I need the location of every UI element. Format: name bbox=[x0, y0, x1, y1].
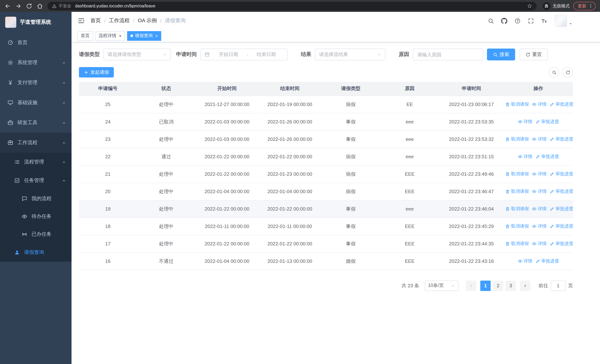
tab-home[interactable]: 首页 bbox=[77, 31, 93, 41]
close-icon[interactable]: × bbox=[155, 34, 158, 38]
prev-page-button[interactable] bbox=[466, 280, 476, 291]
leave-type-select[interactable]: 请选择请假类型 bbox=[103, 48, 171, 60]
table-row[interactable]: 20处理中2022-01-04 00:00:002022-01-04 00:00… bbox=[79, 183, 573, 200]
help-icon[interactable] bbox=[514, 18, 521, 24]
action-cancel[interactable]: 取消请假 bbox=[505, 188, 529, 195]
sidebar-item-system[interactable]: 系统管理 bbox=[0, 53, 72, 73]
search-icon bbox=[552, 70, 556, 75]
sidebar-item-home[interactable]: 首页 bbox=[0, 33, 72, 53]
action-progress[interactable]: 审批进度 bbox=[535, 118, 559, 125]
security-warning[interactable]: 不安全 bbox=[52, 3, 71, 9]
action-detail[interactable]: 详情 bbox=[532, 223, 547, 229]
refresh-table-button[interactable] bbox=[562, 67, 573, 77]
hamburger-icon[interactable] bbox=[77, 17, 85, 24]
back-icon[interactable] bbox=[4, 3, 11, 9]
chevron-down-icon bbox=[569, 22, 572, 26]
action-progress[interactable]: 审批进度 bbox=[535, 258, 559, 264]
action-progress[interactable]: 审批进度 bbox=[550, 101, 573, 107]
action-cancel[interactable]: 取消请假 bbox=[505, 223, 529, 229]
sidebar-item-infrastructure[interactable]: 基础设施 bbox=[0, 93, 72, 113]
action-detail[interactable]: 详情 bbox=[517, 153, 532, 159]
cell-reason: EEE bbox=[380, 165, 439, 183]
sidebar-item-my-process[interactable]: 我的流程 bbox=[0, 190, 72, 208]
sidebar-item-done-tasks[interactable]: 已办任务 bbox=[0, 225, 72, 243]
table-row[interactable]: 18处理中2022-01-11 00:00:002022-01-11 00:00… bbox=[79, 218, 573, 235]
edit-icon bbox=[550, 206, 554, 211]
page-button-2[interactable]: 2 bbox=[493, 280, 503, 291]
user-avatar[interactable] bbox=[554, 14, 572, 27]
search-button[interactable]: 搜索 bbox=[487, 48, 515, 60]
action-detail[interactable]: 详情 bbox=[532, 101, 547, 107]
goto-page-input[interactable] bbox=[551, 280, 565, 291]
breadcrumb-item[interactable]: 首页 bbox=[90, 18, 101, 24]
table-row[interactable]: 25处理中2021-12-27 00:00:002022-01-19 00:00… bbox=[79, 96, 573, 113]
cell-status: 处理中 bbox=[137, 131, 196, 148]
browser-update-button[interactable]: 更新 bbox=[573, 2, 596, 10]
action-progress[interactable]: 审批进度 bbox=[550, 171, 573, 177]
action-cancel[interactable]: 取消请假 bbox=[505, 205, 529, 212]
tab-process-detail[interactable]: 流程详情× bbox=[95, 31, 125, 41]
sidebar-item-payment[interactable]: 支付管理 bbox=[0, 73, 72, 93]
table-row[interactable]: 24已取消2022-01-03 00:00:002022-01-26 00:00… bbox=[79, 113, 573, 131]
action-detail[interactable]: 详情 bbox=[532, 205, 547, 212]
action-detail[interactable]: 详情 bbox=[532, 240, 547, 247]
sidebar-item-task-management[interactable]: 任务管理 bbox=[0, 171, 72, 190]
sidebar-item-dev-tools[interactable]: 研发工具 bbox=[0, 113, 72, 133]
sidebar-item-leave-query[interactable]: 请假查询 bbox=[0, 243, 72, 262]
fullscreen-icon[interactable] bbox=[528, 18, 534, 24]
sidebar-menu: 首页系统管理支付管理基础设施研发工具工作流程流程管理任务管理我的流程待办任务已办… bbox=[0, 33, 72, 262]
chevron-up-icon bbox=[62, 178, 66, 183]
action-progress[interactable]: 审批进度 bbox=[550, 205, 573, 212]
action-cancel[interactable]: 取消请假 bbox=[505, 240, 529, 247]
reload-icon[interactable] bbox=[26, 3, 32, 9]
breadcrumb-item[interactable]: OA 示例 bbox=[138, 18, 157, 24]
sidebar-item-workflow[interactable]: 工作流程 bbox=[0, 133, 72, 153]
reset-button[interactable]: 重置 bbox=[520, 48, 548, 60]
close-icon[interactable]: × bbox=[119, 34, 122, 38]
sidebar-item-process-management[interactable]: 流程管理 bbox=[0, 153, 72, 171]
url-bar[interactable]: 不安全 dashboard.yudao.iocoder.cn/bpm/oa/le… bbox=[47, 2, 537, 10]
toggle-search-button[interactable] bbox=[549, 67, 559, 77]
action-detail[interactable]: 详情 bbox=[532, 171, 547, 177]
table-row[interactable]: 23处理中2022-01-03 00:00:002022-01-26 00:00… bbox=[79, 131, 573, 148]
action-progress[interactable]: 审批进度 bbox=[535, 153, 559, 159]
result-select[interactable]: 请选择流结果 bbox=[315, 48, 385, 60]
menu-dots-icon[interactable] bbox=[588, 3, 593, 9]
github-icon[interactable] bbox=[501, 18, 507, 24]
page-button-1[interactable]: 1 bbox=[480, 280, 491, 291]
forward-icon[interactable] bbox=[15, 3, 21, 9]
apply-time-range-picker[interactable]: 开始日期 - 结束日期 bbox=[200, 48, 288, 60]
column-header: 申请时间 bbox=[439, 82, 504, 96]
action-detail[interactable]: 详情 bbox=[517, 258, 532, 264]
breadcrumb-item[interactable]: 工作流程 bbox=[109, 18, 130, 24]
workflow-icon bbox=[7, 140, 13, 146]
action-detail[interactable]: 详情 bbox=[532, 136, 547, 142]
action-cancel[interactable]: 取消请假 bbox=[505, 171, 529, 177]
table-row[interactable]: 22通过2022-01-22 00:00:002022-01-22 00:00:… bbox=[79, 148, 573, 165]
tab-leave-query[interactable]: 请假查询× bbox=[127, 31, 161, 41]
action-progress[interactable]: 审批进度 bbox=[550, 223, 573, 229]
action-progress[interactable]: 审批进度 bbox=[550, 240, 573, 247]
action-progress[interactable]: 审批进度 bbox=[550, 188, 573, 195]
search-icon[interactable] bbox=[488, 18, 494, 24]
table-row[interactable]: 16不通过2022-01-04 00:00:002022-01-13 00:00… bbox=[79, 252, 573, 270]
create-leave-button[interactable]: 发起请假 bbox=[79, 67, 114, 77]
home-icon[interactable] bbox=[37, 3, 43, 9]
action-cancel[interactable]: 取消请假 bbox=[505, 136, 529, 142]
font-size-icon[interactable] bbox=[541, 18, 547, 24]
bookmark-star-icon[interactable] bbox=[527, 3, 532, 9]
reason-input[interactable] bbox=[413, 48, 483, 60]
table-row[interactable]: 17处理中2022-01-22 00:00:002022-01-22 00:00… bbox=[79, 235, 573, 252]
cell-applied: 2022-01-22 23:46:04 bbox=[439, 200, 504, 218]
action-detail[interactable]: 详情 bbox=[517, 118, 532, 125]
action-detail[interactable]: 详情 bbox=[532, 188, 547, 195]
sidebar-item-todo-tasks[interactable]: 待办任务 bbox=[0, 208, 72, 225]
next-page-button[interactable] bbox=[520, 280, 530, 291]
table-row[interactable]: 19处理中2022-01-22 00:00:002022-01-22 00:00… bbox=[79, 200, 573, 218]
page-size-select[interactable]: 10条/页 bbox=[425, 280, 459, 291]
table-row[interactable]: 21处理中2022-01-22 00:00:002022-01-23 00:00… bbox=[79, 165, 573, 183]
logo[interactable]: 芋道管理系统 bbox=[0, 12, 72, 33]
action-progress[interactable]: 审批进度 bbox=[550, 136, 573, 142]
action-cancel[interactable]: 取消请假 bbox=[505, 101, 529, 107]
page-button-3[interactable]: 3 bbox=[506, 280, 516, 291]
